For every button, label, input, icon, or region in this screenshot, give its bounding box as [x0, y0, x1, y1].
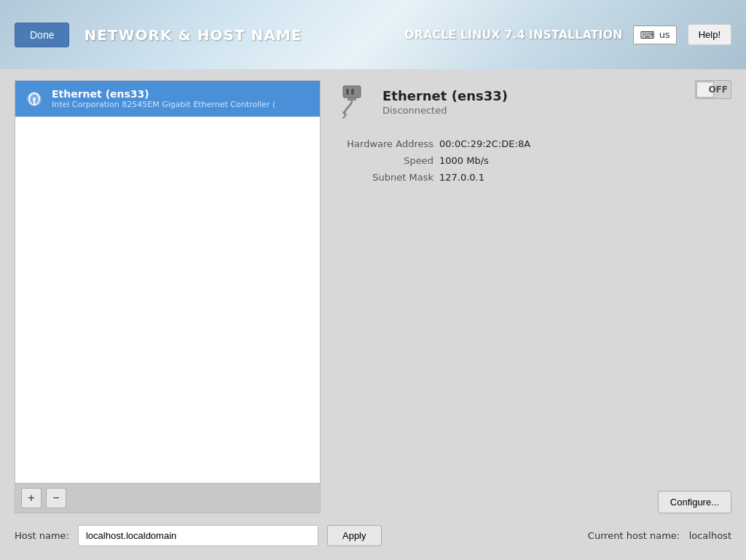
hostname-label: Host name:	[15, 530, 69, 541]
device-header: Ethernet (ens33) Disconnected OFF	[331, 80, 731, 124]
device-name-block: Ethernet (ens33) Disconnected	[382, 88, 508, 116]
content-area: Ethernet (ens33) Intel Corporation 82545…	[15, 80, 731, 513]
hardware-address-row: Hardware Address 00:0C:29:2C:DE:8A	[339, 138, 731, 149]
ethernet-icon	[24, 89, 44, 109]
svg-rect-4	[346, 89, 349, 95]
details-panel: Ethernet (ens33) Disconnected OFF Hardwa…	[331, 80, 731, 513]
bottom-bar: Host name: Apply Current host name: loca…	[15, 522, 731, 549]
page-title: NETWORK & HOST NAME	[84, 26, 302, 44]
iface-name: Ethernet (ens33)	[52, 88, 275, 100]
toggle-track[interactable]: OFF	[695, 80, 731, 99]
device-icon-large	[331, 80, 372, 124]
subnet-mask-row: Subnet Mask 127.0.0.1	[339, 172, 731, 183]
toggle-label: OFF	[708, 84, 728, 95]
iface-subtitle: Intel Corporation 82545EM Gigabit Ethern…	[52, 100, 275, 109]
hostname-input[interactable]	[78, 525, 318, 546]
device-details: Hardware Address 00:0C:29:2C:DE:8A Speed…	[339, 138, 731, 183]
device-info-left: Ethernet (ens33) Disconnected	[331, 80, 508, 124]
main-content: Ethernet (ens33) Intel Corporation 82545…	[0, 69, 746, 560]
speed-label: Speed	[339, 155, 433, 166]
remove-interface-button[interactable]: −	[46, 488, 66, 508]
oracle-title: ORACLE LINUX 7.4 INSTALLATION	[404, 28, 622, 42]
svg-point-1	[33, 98, 36, 100]
interface-toolbar: + −	[15, 483, 320, 513]
subnet-mask-label: Subnet Mask	[339, 172, 433, 183]
keyboard-input[interactable]: ⌨ us	[633, 25, 676, 44]
current-host-value: localhost	[689, 530, 731, 541]
svg-rect-5	[351, 89, 354, 95]
add-interface-button[interactable]: +	[21, 488, 42, 508]
interface-list: Ethernet (ens33) Intel Corporation 82545…	[15, 81, 320, 483]
header: Done NETWORK & HOST NAME ORACLE LINUX 7.…	[0, 0, 746, 69]
subnet-mask-value: 127.0.0.1	[439, 172, 484, 183]
configure-button[interactable]: Configure...	[658, 491, 731, 513]
device-name: Ethernet (ens33)	[382, 88, 508, 103]
device-status: Disconnected	[382, 105, 508, 116]
toggle-switch[interactable]: OFF	[695, 80, 731, 99]
apply-button[interactable]: Apply	[327, 525, 382, 546]
hardware-address-label: Hardware Address	[339, 138, 433, 149]
speed-value: 1000 Mb/s	[439, 155, 489, 166]
header-left: Done NETWORK & HOST NAME	[15, 23, 302, 47]
done-button[interactable]: Done	[15, 23, 69, 47]
configure-area: Configure...	[331, 491, 731, 513]
speed-row: Speed 1000 Mb/s	[339, 155, 731, 166]
hardware-address-value: 00:0C:29:2C:DE:8A	[439, 138, 530, 149]
list-item[interactable]: Ethernet (ens33) Intel Corporation 82545…	[15, 81, 320, 117]
header-right: ORACLE LINUX 7.4 INSTALLATION ⌨ us Help!	[404, 24, 731, 45]
keyboard-icon: ⌨	[640, 29, 654, 41]
help-button[interactable]: Help!	[688, 24, 731, 45]
keyboard-lang: us	[659, 29, 670, 40]
current-host-label: Current host name: localhost	[588, 530, 731, 541]
interface-panel: Ethernet (ens33) Intel Corporation 82545…	[15, 80, 321, 513]
iface-info: Ethernet (ens33) Intel Corporation 82545…	[52, 88, 275, 109]
